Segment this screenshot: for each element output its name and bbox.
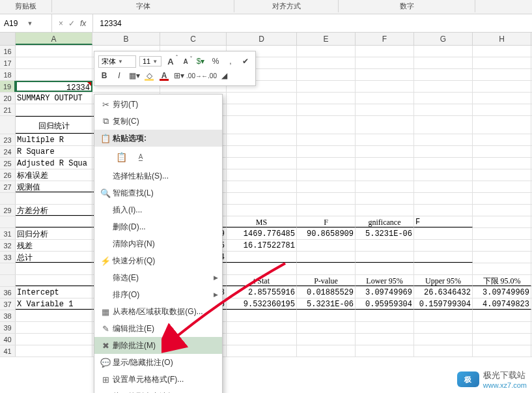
cell[interactable]	[227, 310, 297, 321]
row-header[interactable]: 21	[0, 104, 16, 115]
percent-format-icon[interactable]: %	[210, 55, 221, 67]
cell[interactable]	[227, 252, 297, 263]
cell[interactable]	[227, 169, 297, 181]
cell[interactable]	[414, 240, 473, 251]
cell[interactable]	[297, 169, 356, 181]
cell[interactable]: 5.3231E-06	[297, 298, 356, 310]
cell[interactable]: 2.85755916	[227, 287, 297, 298]
cell[interactable]	[473, 263, 531, 274]
cell[interactable]	[227, 116, 297, 134]
cell[interactable]	[297, 134, 356, 145]
cell[interactable]	[414, 181, 473, 192]
cell[interactable]	[473, 116, 531, 134]
cell[interactable]: 4.09749823	[473, 298, 531, 310]
cell[interactable]	[414, 345, 473, 357]
cell[interactable]	[356, 158, 414, 169]
cell[interactable]	[473, 310, 531, 321]
cell[interactable]: F	[414, 216, 473, 227]
cell[interactable]	[16, 104, 92, 115]
cell[interactable]	[473, 146, 531, 157]
select-all-corner[interactable]	[0, 33, 16, 45]
cell[interactable]: MS	[227, 216, 297, 227]
cell[interactable]	[227, 205, 297, 216]
cell[interactable]: 标准误差	[16, 169, 92, 181]
row-header[interactable]: 24	[0, 146, 16, 157]
menu-get-data-from-range[interactable]: ▦从表格/区域获取数据(G)...	[94, 303, 222, 320]
col-header-G[interactable]: G	[414, 33, 473, 45]
row-header[interactable]: 37	[0, 298, 16, 310]
cell[interactable]	[297, 252, 356, 263]
col-header-C[interactable]: C	[160, 33, 227, 45]
cell[interactable]	[473, 322, 531, 333]
name-box[interactable]: A19 ▼	[0, 14, 52, 32]
cell[interactable]	[414, 46, 473, 57]
cell[interactable]	[414, 69, 473, 80]
cell[interactable]	[473, 228, 531, 239]
cell[interactable]	[297, 345, 356, 357]
row-header[interactable]: 33	[0, 252, 16, 263]
cell[interactable]	[473, 181, 531, 192]
cell[interactable]: gnificance	[356, 216, 414, 227]
row-header[interactable]: 31	[0, 228, 16, 239]
menu-sort[interactable]: 排序(O)▶	[94, 286, 222, 303]
cell[interactable]	[414, 57, 473, 68]
cell[interactable]	[227, 345, 297, 357]
borders-icon[interactable]: ▦▾	[128, 70, 140, 81]
cell[interactable]	[227, 93, 297, 104]
cell[interactable]: 回归分析	[16, 228, 92, 239]
increase-decimal-icon[interactable]: .00→	[188, 70, 200, 81]
cell[interactable]	[16, 310, 92, 321]
row-header[interactable]	[0, 116, 16, 134]
row-header[interactable]: 40	[0, 334, 16, 345]
cell[interactable]	[473, 69, 531, 80]
confirm-icon[interactable]: ✓	[68, 19, 75, 28]
font-color-icon[interactable]: A	[158, 70, 170, 81]
cell[interactable]	[227, 263, 297, 274]
cell[interactable]	[473, 46, 531, 57]
cell[interactable]	[356, 345, 414, 357]
comma-format-icon[interactable]: ,	[225, 55, 236, 67]
cell[interactable]: 观测值	[16, 181, 92, 192]
cell[interactable]: Lower 95%	[356, 275, 414, 286]
cell[interactable]	[297, 334, 356, 345]
cell[interactable]: 3.09749969	[356, 287, 414, 298]
decrease-decimal-icon[interactable]: ←.00	[203, 70, 215, 81]
cell[interactable]	[227, 158, 297, 169]
cell[interactable]: 1469.776485	[227, 228, 297, 239]
cell[interactable]	[473, 252, 531, 263]
menu-delete-comment[interactable]: ✖删除批注(M)	[94, 337, 222, 354]
cell[interactable]	[356, 46, 414, 57]
cell[interactable]	[16, 263, 92, 274]
paste-values-icon[interactable]: A	[132, 149, 149, 166]
cell[interactable]	[473, 334, 531, 345]
fx-icon[interactable]: fx	[80, 19, 86, 28]
row-header[interactable]: 25	[0, 158, 16, 169]
cell[interactable]	[473, 169, 531, 181]
col-header-B[interactable]: B	[92, 33, 160, 45]
cell[interactable]	[297, 116, 356, 134]
cell[interactable]	[297, 57, 356, 68]
row-header[interactable]: 26	[0, 169, 16, 181]
cell[interactable]	[297, 93, 356, 104]
menu-format-cells[interactable]: ⊞设置单元格格式(F)...	[94, 371, 222, 388]
cell[interactable]	[414, 134, 473, 145]
cell[interactable]	[356, 57, 414, 68]
cell[interactable]	[227, 181, 297, 192]
cell[interactable]: 16.17522781	[227, 240, 297, 251]
merge-center-icon[interactable]: ⊞▾	[173, 70, 185, 81]
cell[interactable]: t Stat	[227, 275, 297, 286]
cell[interactable]	[227, 193, 297, 204]
cell[interactable]	[227, 104, 297, 115]
cell[interactable]	[297, 158, 356, 169]
menu-quick-analysis[interactable]: ⚡快速分析(Q)	[94, 252, 222, 269]
formula-input[interactable]: 12334	[93, 14, 532, 32]
col-header-F[interactable]: F	[356, 33, 414, 45]
row-header[interactable]: 17	[0, 57, 16, 68]
cell[interactable]	[356, 146, 414, 157]
decrease-font-icon[interactable]: Aˇ	[180, 55, 191, 67]
cell[interactable]	[473, 81, 531, 92]
cell[interactable]	[356, 205, 414, 216]
cell[interactable]: 0.159799304	[414, 298, 473, 310]
cell[interactable]	[16, 334, 92, 345]
col-header-H[interactable]: H	[473, 33, 531, 45]
